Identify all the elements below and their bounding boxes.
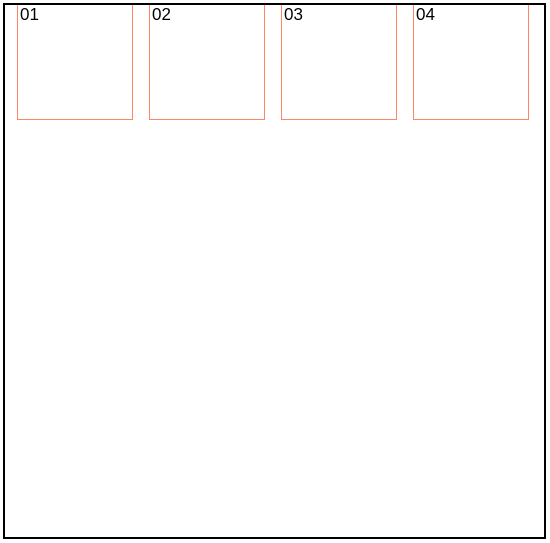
box-03: 03 <box>281 5 397 120</box>
box-label: 04 <box>416 5 435 25</box>
box-04: 04 <box>413 5 529 120</box>
box-02: 02 <box>149 5 265 120</box>
box-label: 01 <box>20 5 39 25</box>
boxes-row: 01 02 03 04 <box>5 5 544 120</box>
box-label: 03 <box>284 5 303 25</box>
main-container: 01 02 03 04 <box>3 3 546 539</box>
box-label: 02 <box>152 5 171 25</box>
box-01: 01 <box>17 5 133 120</box>
